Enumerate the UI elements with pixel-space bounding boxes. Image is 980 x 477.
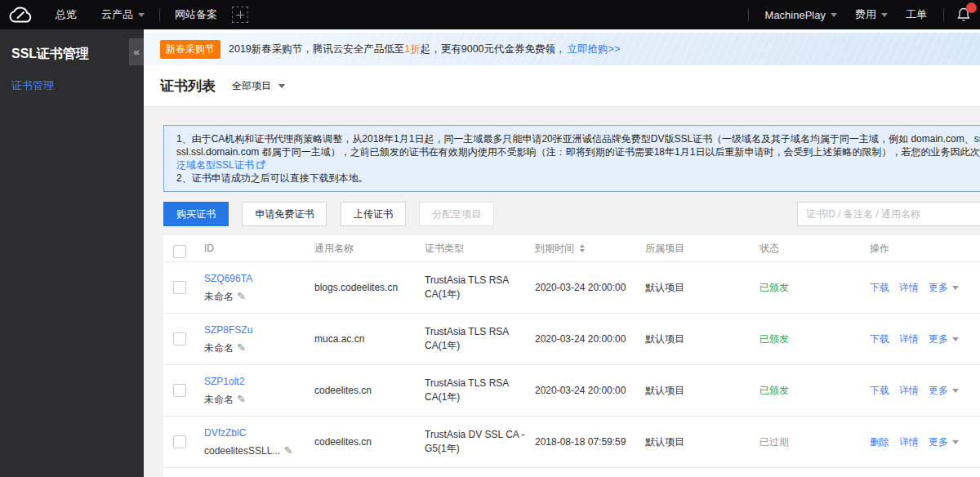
cert-id-link[interactable]: SZP8FSZu — [204, 324, 252, 336]
cert-id-cell: SZP8FSZu 未命名✎ — [204, 324, 252, 355]
nav-website-record[interactable]: 网站备案 — [175, 7, 217, 22]
more-dropdown[interactable]: 更多 — [929, 435, 959, 449]
promo-link[interactable]: 立即抢购>> — [568, 43, 621, 55]
toolbar: 购买证书 申请免费证书 上传证书 分配至项目 — [163, 202, 980, 226]
nav-overview[interactable]: 总览 — [56, 7, 77, 22]
status-badge: 已颁发 — [760, 262, 789, 314]
common-name-cell: codeelites.cn — [314, 417, 372, 468]
divider — [943, 8, 944, 21]
cert-id-link[interactable]: SZQ696TA — [204, 273, 252, 284]
cert-id-link[interactable]: DVfzZblC — [204, 427, 292, 439]
col-common-name: 通用名称 — [314, 235, 354, 262]
chevron-down-icon — [952, 286, 959, 290]
nav-account[interactable]: MachinePlay — [765, 9, 837, 21]
nav-ticket[interactable]: 工单 — [906, 7, 927, 22]
nav-cloud-products-label: 云产品 — [101, 7, 133, 22]
col-cert-type: 证书类型 — [425, 235, 464, 262]
add-shortcut-button[interactable] — [232, 7, 248, 23]
promo-badge: 新春采购节 — [160, 40, 220, 59]
col-expire-time: 到期时间 — [535, 235, 585, 262]
delete-link[interactable]: 删除 — [870, 435, 889, 449]
chevron-down-icon — [952, 337, 959, 341]
project-cell: 默认项目 — [645, 417, 684, 468]
edit-remark-icon[interactable]: ✎ — [283, 444, 292, 457]
sidebar: SSL证书管理 « 证书管理 — [0, 29, 144, 477]
cert-id-cell: SZQ696TA 未命名✎ — [204, 273, 252, 304]
buy-cert-button[interactable]: 购买证书 — [163, 202, 229, 226]
project-filter-label: 全部项目 — [232, 79, 271, 93]
apply-free-cert-button[interactable]: 申请免费证书 — [242, 202, 327, 226]
sidebar-item-cert-management[interactable]: 证书管理 — [0, 63, 144, 93]
common-name-cell: codeelites.cn — [314, 365, 372, 417]
upload-cert-button[interactable]: 上传证书 — [341, 202, 406, 226]
detail-link[interactable]: 详情 — [899, 384, 919, 398]
edit-remark-icon[interactable]: ✎ — [237, 341, 246, 354]
row-checkbox[interactable] — [173, 435, 186, 451]
cert-type-cell: TrustAsia TLS RSACA(1年) — [425, 325, 509, 353]
notice-box: 1、由于CA机构和证书代理商策略调整，从2018年1月1日起，同一主域最多只能申… — [163, 125, 980, 192]
more-dropdown[interactable]: 更多 — [929, 332, 959, 346]
operations-cell: 下载 详情 更多 — [870, 365, 959, 417]
chevron-down-icon — [278, 84, 285, 88]
notice-line-1: 1、由于CA机构和证书代理商策略调整，从2018年1月1日起，同一主域最多只能申… — [176, 132, 980, 145]
sort-icon[interactable] — [580, 244, 585, 252]
cert-remark: codeelitesSSLL...✎ — [204, 444, 292, 457]
notice-line-3: 泛域名型SSL证书 — [176, 158, 980, 172]
assign-project-button[interactable]: 分配至项目 — [419, 202, 494, 226]
status-badge: 已颁发 — [760, 365, 789, 417]
notification-bell-icon[interactable] — [957, 7, 970, 22]
col-operation: 操作 — [870, 235, 889, 262]
row-checkbox[interactable] — [173, 384, 186, 399]
edit-remark-icon[interactable]: ✎ — [237, 393, 246, 405]
operations-cell: 删除 详情 更多 — [870, 417, 959, 468]
common-name-cell: blogs.codeelites.cn — [314, 262, 398, 314]
sidebar-title: SSL证书管理 — [0, 29, 144, 63]
cert-type-cell: TrustAsia TLS RSACA(1年) — [425, 377, 509, 404]
project-cell: 默认项目 — [645, 262, 684, 314]
download-link[interactable]: 下载 — [870, 332, 889, 346]
cert-id-link[interactable]: SZP1olt2 — [204, 376, 246, 387]
expire-time-cell: 2020-03-24 20:00:00 — [535, 314, 626, 365]
detail-link[interactable]: 详情 — [899, 281, 919, 295]
notification-badge — [966, 2, 977, 13]
more-dropdown[interactable]: 更多 — [929, 384, 959, 398]
more-dropdown[interactable]: 更多 — [929, 281, 959, 295]
expire-time-cell: 2020-03-24 20:00:00 — [535, 262, 626, 314]
download-link[interactable]: 下载 — [870, 384, 889, 398]
nav-billing[interactable]: 费用 — [855, 7, 888, 22]
external-link-icon — [256, 160, 265, 169]
chevron-down-icon — [952, 389, 959, 393]
row-checkbox[interactable] — [173, 281, 186, 296]
tencent-cloud-logo[interactable] — [8, 6, 36, 24]
col-id: ID — [204, 235, 214, 262]
notice-line-2: ssl.ssl.domain.com 都属于同一主域），之前已颁发的证书在有效期… — [176, 145, 980, 158]
col-project: 所属项目 — [645, 235, 684, 262]
cert-id-cell: DVfzZblC codeelitesSSLL...✎ — [204, 427, 292, 457]
search-input[interactable] — [797, 202, 980, 226]
nav-cloud-products[interactable]: 云产品 — [101, 7, 145, 22]
detail-link[interactable]: 详情 — [899, 435, 919, 449]
chevron-down-icon — [831, 13, 837, 17]
chevron-down-icon — [138, 13, 145, 17]
edit-remark-icon[interactable]: ✎ — [237, 290, 246, 302]
detail-link[interactable]: 详情 — [899, 332, 919, 346]
nav-account-label: MachinePlay — [765, 9, 826, 21]
chevron-down-icon — [881, 13, 888, 17]
sidebar-collapse-button[interactable]: « — [129, 38, 144, 65]
status-badge: 已过期 — [760, 417, 789, 468]
expire-time-cell: 2018-08-18 07:59:59 — [535, 417, 626, 468]
table-row: SZQ696TA 未命名✎ blogs.codeelites.cn TrustA… — [163, 262, 980, 314]
cert-type-cell: TrustAsia DV SSL CA -G5(1年) — [425, 428, 524, 456]
notice-line-4: 2、证书申请成功之后可以直接下载到本地。 — [176, 172, 980, 185]
project-cell: 默认项目 — [645, 365, 684, 417]
promo-text-before: 2019新春采购节，腾讯云安全产品低至 — [229, 43, 404, 55]
download-link[interactable]: 下载 — [870, 281, 889, 295]
promo-text: 2019新春采购节，腾讯云安全产品低至1折起，更有9000元代金券免费领，立即抢… — [229, 42, 620, 56]
status-badge: 已颁发 — [760, 314, 789, 365]
wildcard-ssl-link[interactable]: 泛域名型SSL证书 — [176, 159, 254, 171]
promo-text-after: 起，更有9000元代金券免费领， — [421, 43, 566, 55]
row-checkbox[interactable] — [173, 332, 186, 348]
cert-remark: 未命名✎ — [204, 393, 246, 407]
promo-highlight: 1折 — [404, 43, 420, 55]
project-filter-dropdown[interactable]: 全部项目 — [232, 79, 285, 93]
